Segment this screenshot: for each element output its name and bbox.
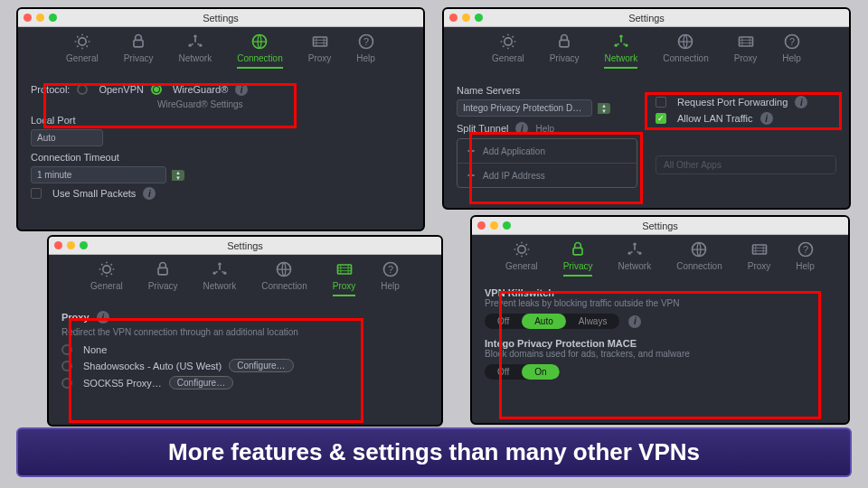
- tab-network[interactable]: Network: [178, 33, 212, 69]
- shadowsocks-label[interactable]: Shadowsocks - Auto (US West): [83, 361, 222, 371]
- wireguard-settings-link[interactable]: WireGuard® Settings: [157, 99, 243, 109]
- tab-proxy[interactable]: Proxy: [333, 260, 356, 296]
- socks5-label[interactable]: SOCKS5 Proxy…: [83, 378, 162, 389]
- svg-point-13: [625, 44, 627, 47]
- tab-help[interactable]: ?Help: [356, 33, 375, 69]
- tab-privacy[interactable]: Privacy: [124, 33, 154, 69]
- settings-tabs: General Privacy Network Connection Proxy…: [472, 235, 848, 280]
- configure-button[interactable]: Configure…: [169, 376, 233, 389]
- configure-button[interactable]: Configure…: [229, 359, 293, 372]
- titlebar: Settings: [444, 9, 849, 27]
- timeout-select[interactable]: 1 minute: [31, 166, 166, 183]
- tab-network[interactable]: Network: [203, 260, 236, 296]
- stepper-icon[interactable]: ▲▼: [172, 170, 184, 181]
- split-tunnel-label: Split Tunnel: [457, 123, 508, 134]
- info-icon[interactable]: i: [235, 83, 248, 96]
- settings-window-privacy: Settings General Privacy Network Connect…: [470, 215, 850, 425]
- settings-tabs: General Privacy Network Connection Proxy…: [444, 27, 849, 72]
- split-tunnel-list: ＋Add Application ＋Add IP Address: [457, 138, 637, 188]
- info-icon[interactable]: i: [97, 311, 109, 324]
- add-ip-row[interactable]: ＋Add IP Address: [458, 163, 637, 187]
- svg-point-9: [505, 38, 512, 45]
- svg-point-11: [619, 35, 622, 38]
- svg-point-31: [638, 252, 641, 255]
- killswitch-off[interactable]: Off: [485, 314, 522, 329]
- svg-point-27: [518, 246, 525, 253]
- none-label[interactable]: None: [83, 344, 107, 355]
- checkbox-allow-lan[interactable]: [656, 113, 666, 124]
- tab-privacy[interactable]: Privacy: [563, 240, 593, 277]
- killswitch-auto[interactable]: Auto: [522, 314, 566, 329]
- tab-general[interactable]: General: [66, 33, 99, 69]
- checkbox-small-packets[interactable]: [31, 188, 42, 199]
- svg-point-21: [212, 272, 215, 275]
- small-packets-label: Use Small Packets: [52, 188, 136, 199]
- mace-toggle[interactable]: Off On: [485, 364, 560, 380]
- stepper-icon[interactable]: ▲▼: [598, 103, 610, 114]
- killswitch-toggle[interactable]: Off Auto Always: [485, 314, 619, 329]
- tab-help[interactable]: ?Help: [381, 260, 400, 296]
- tab-proxy[interactable]: Proxy: [308, 33, 332, 69]
- wireguard-label[interactable]: WireGuard®: [173, 84, 228, 95]
- radio-wireguard[interactable]: [151, 84, 162, 95]
- radio-none[interactable]: [61, 344, 72, 355]
- tab-general[interactable]: General: [90, 260, 123, 296]
- add-application-row[interactable]: ＋Add Application: [458, 139, 637, 163]
- settings-window-network: Settings General Privacy Network Connect…: [442, 7, 851, 210]
- radio-shadowsocks[interactable]: [61, 361, 72, 371]
- timeout-label: Connection Timeout: [31, 152, 410, 163]
- settings-tabs: General Privacy Network Connection Proxy…: [18, 27, 423, 72]
- tab-privacy[interactable]: Privacy: [148, 260, 178, 296]
- info-icon[interactable]: i: [143, 187, 156, 200]
- mace-label: Intego Privacy Protection MACE: [485, 338, 835, 349]
- allow-lan-label: Allow LAN Traffic: [677, 113, 753, 124]
- info-icon[interactable]: i: [760, 112, 773, 125]
- window-title: Settings: [18, 13, 423, 23]
- svg-point-22: [223, 272, 226, 275]
- svg-point-2: [193, 35, 196, 38]
- checkbox-port-forwarding[interactable]: [656, 97, 666, 108]
- titlebar: Settings: [18, 9, 423, 27]
- tab-general[interactable]: General: [505, 240, 538, 277]
- tab-general[interactable]: General: [492, 33, 524, 69]
- tab-connection[interactable]: Connection: [261, 260, 307, 296]
- tab-proxy[interactable]: Proxy: [734, 33, 758, 69]
- svg-point-18: [103, 266, 110, 273]
- tab-connection[interactable]: Connection: [676, 240, 722, 277]
- info-icon[interactable]: i: [628, 315, 641, 328]
- tab-help[interactable]: ?Help: [782, 33, 801, 69]
- tab-proxy[interactable]: Proxy: [748, 240, 771, 277]
- svg-rect-24: [337, 265, 351, 274]
- proxy-desc: Redirect the VPN connection through an a…: [61, 327, 429, 337]
- killswitch-always[interactable]: Always: [566, 314, 620, 329]
- radio-openvpn[interactable]: [77, 84, 88, 95]
- openvpn-label[interactable]: OpenVPN: [99, 84, 144, 95]
- local-port-label: Local Port: [31, 115, 410, 126]
- tab-connection[interactable]: Connection: [237, 33, 283, 69]
- titlebar: Settings: [472, 217, 848, 235]
- titlebar: Settings: [49, 237, 441, 255]
- svg-point-20: [218, 263, 221, 266]
- svg-rect-19: [158, 267, 167, 275]
- info-icon[interactable]: i: [795, 96, 807, 108]
- tab-network[interactable]: Network: [618, 240, 651, 277]
- mace-desc: Block domains used for ads, trackers, an…: [485, 349, 835, 359]
- settings-window-connection: Settings General Privacy Network Connect…: [16, 7, 425, 231]
- tab-help[interactable]: ?Help: [796, 240, 815, 277]
- tab-privacy[interactable]: Privacy: [550, 33, 580, 69]
- svg-rect-1: [134, 40, 143, 47]
- mace-off[interactable]: Off: [485, 364, 522, 380]
- settings-window-proxy: Settings General Privacy Network Connect…: [47, 235, 443, 427]
- tab-connection[interactable]: Connection: [663, 33, 709, 69]
- name-servers-select[interactable]: Intego Privacy Protection D…: [457, 99, 592, 117]
- local-port-input[interactable]: Auto: [31, 129, 103, 146]
- svg-text:?: ?: [789, 36, 795, 47]
- settings-tabs: General Privacy Network Connection Proxy…: [49, 255, 441, 300]
- tab-network[interactable]: Network: [604, 33, 637, 69]
- radio-socks5[interactable]: [61, 378, 72, 389]
- mace-on[interactable]: On: [522, 364, 559, 380]
- killswitch-label: VPN Killswitch: [485, 287, 835, 298]
- name-servers-label: Name Servers: [457, 85, 637, 96]
- info-icon[interactable]: i: [515, 122, 528, 135]
- help-link[interactable]: Help: [535, 124, 554, 134]
